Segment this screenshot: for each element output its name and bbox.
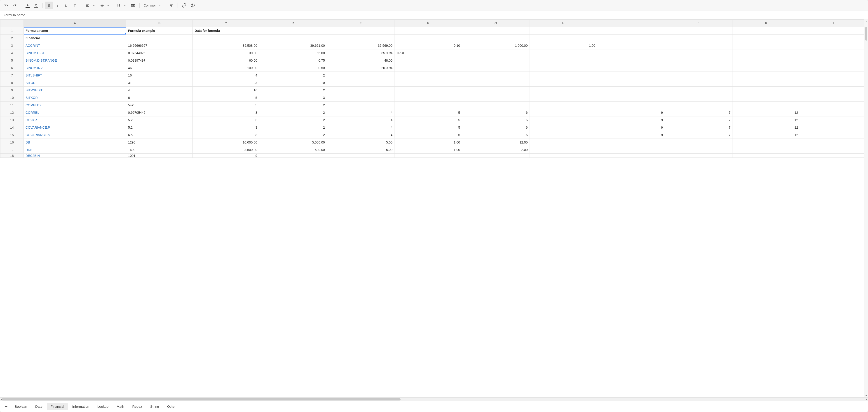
cell[interactable]: [327, 79, 394, 87]
cell[interactable]: [597, 57, 665, 64]
scroll-right-arrow[interactable]: ▸: [865, 398, 868, 401]
cell[interactable]: [800, 49, 868, 57]
cell[interactable]: [327, 87, 394, 94]
cell[interactable]: 39,508.00: [193, 42, 259, 49]
cell[interactable]: 23: [193, 79, 259, 87]
cell[interactable]: [327, 72, 394, 79]
cell[interactable]: DEC2BIN: [24, 153, 126, 158]
vertical-align-button[interactable]: [98, 2, 106, 9]
cell[interactable]: [597, 35, 665, 42]
cell[interactable]: 4: [327, 116, 394, 124]
sheet-tab-financial[interactable]: Financial: [47, 403, 68, 410]
row-header[interactable]: 3: [0, 42, 24, 49]
cell[interactable]: Formula example: [126, 27, 192, 35]
row-header[interactable]: 7: [0, 72, 24, 79]
cell[interactable]: COVARIANCE.P: [24, 124, 126, 131]
column-header-H[interactable]: H: [530, 20, 597, 27]
cell[interactable]: 5.00: [327, 146, 394, 153]
cell[interactable]: BITOR: [24, 79, 126, 87]
cell[interactable]: [800, 153, 868, 158]
cell[interactable]: [530, 57, 597, 64]
cell[interactable]: DDB: [24, 146, 126, 153]
cell[interactable]: 1.00: [395, 139, 462, 146]
cell[interactable]: 35.00%: [327, 49, 394, 57]
column-header-F[interactable]: F: [395, 20, 462, 27]
vertical-align-dropdown[interactable]: [106, 4, 110, 6]
cell[interactable]: BINOM.INV: [24, 64, 126, 72]
cell[interactable]: [597, 64, 665, 72]
fill-color-button[interactable]: [32, 2, 40, 9]
cell[interactable]: [800, 94, 868, 102]
cell[interactable]: [733, 64, 800, 72]
cell[interactable]: 16: [193, 87, 259, 94]
cell[interactable]: [462, 94, 530, 102]
cell[interactable]: 20.00%: [327, 64, 394, 72]
cell[interactable]: [462, 49, 530, 57]
cell[interactable]: [395, 57, 462, 64]
cell[interactable]: 5.2: [126, 116, 192, 124]
cell[interactable]: 5: [193, 94, 259, 102]
cell[interactable]: 7: [665, 124, 733, 131]
cell[interactable]: [733, 102, 800, 109]
cell[interactable]: 1290: [126, 139, 192, 146]
link-button[interactable]: [180, 2, 188, 9]
font-family-combo[interactable]: Common: [142, 2, 162, 9]
cell[interactable]: [733, 35, 800, 42]
cell[interactable]: 5: [395, 109, 462, 116]
cell[interactable]: [327, 27, 394, 35]
cell[interactable]: BITLSHIFT: [24, 72, 126, 79]
cell[interactable]: [530, 72, 597, 79]
font-size-button[interactable]: H: [115, 2, 123, 9]
cell[interactable]: COVARIANCE.S: [24, 131, 126, 139]
cell[interactable]: 100.00: [193, 64, 259, 72]
row-header[interactable]: 9: [0, 87, 24, 94]
cell[interactable]: 46: [126, 64, 192, 72]
cell[interactable]: [597, 146, 665, 153]
cell[interactable]: [395, 27, 462, 35]
column-header-G[interactable]: G: [462, 20, 530, 27]
cell[interactable]: [530, 102, 597, 109]
spreadsheet-grid[interactable]: ABCDEFGHIJKL 1Formula nameFormula exampl…: [0, 20, 868, 158]
column-header-I[interactable]: I: [597, 20, 665, 27]
cell[interactable]: 6: [462, 124, 530, 131]
row-header[interactable]: 17: [0, 146, 24, 153]
sheet-tab-string[interactable]: String: [147, 403, 163, 410]
column-header-D[interactable]: D: [259, 20, 327, 27]
cell[interactable]: [665, 42, 733, 49]
cell[interactable]: 60.00: [193, 57, 259, 64]
cell[interactable]: [597, 102, 665, 109]
cell[interactable]: 7: [665, 109, 733, 116]
cell[interactable]: [597, 87, 665, 94]
cell[interactable]: [530, 27, 597, 35]
cell[interactable]: 31: [126, 79, 192, 87]
cell[interactable]: [665, 94, 733, 102]
cell[interactable]: [800, 72, 868, 79]
cell[interactable]: 0.08397497: [126, 57, 192, 64]
cell[interactable]: [530, 79, 597, 87]
sheet-tab-date[interactable]: Date: [32, 403, 46, 410]
cell[interactable]: [800, 131, 868, 139]
cell[interactable]: 5: [395, 116, 462, 124]
cell[interactable]: [733, 57, 800, 64]
cell[interactable]: [597, 72, 665, 79]
text-color-button[interactable]: A: [24, 2, 32, 9]
cell[interactable]: [530, 146, 597, 153]
cell[interactable]: 3: [259, 94, 327, 102]
cell[interactable]: 0.10: [395, 42, 462, 49]
cell[interactable]: 6.5: [126, 131, 192, 139]
cell[interactable]: [327, 153, 394, 158]
cell[interactable]: 4: [126, 87, 192, 94]
cell[interactable]: [733, 72, 800, 79]
cell[interactable]: 5: [395, 124, 462, 131]
cell[interactable]: 5: [395, 131, 462, 139]
cell[interactable]: [665, 79, 733, 87]
cell[interactable]: 0.75: [259, 57, 327, 64]
cell[interactable]: Financial: [24, 35, 126, 42]
column-header-K[interactable]: K: [733, 20, 800, 27]
cell[interactable]: [327, 94, 394, 102]
cell[interactable]: [462, 64, 530, 72]
cell[interactable]: 9: [193, 153, 259, 158]
cell[interactable]: [395, 72, 462, 79]
cell[interactable]: [530, 139, 597, 146]
vertical-scrollbar[interactable]: ▴ ▾: [864, 20, 868, 397]
